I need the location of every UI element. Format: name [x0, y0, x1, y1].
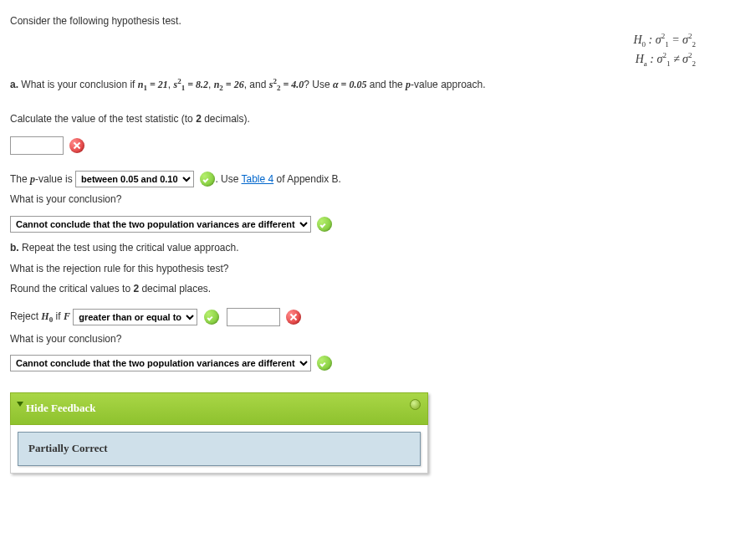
conclusion-question-b: What is your conclusion?	[10, 330, 746, 349]
correct-icon	[200, 172, 215, 187]
incorrect-icon	[69, 138, 84, 153]
correct-icon	[317, 217, 332, 232]
correct-icon	[204, 310, 219, 325]
feedback-panel: Hide Feedback Partially Correct	[10, 392, 428, 473]
incorrect-icon	[286, 310, 301, 325]
reject-rule-line: Reject H0 if F greater than or equal to	[10, 307, 746, 327]
conclusion-select-b[interactable]: Cannot conclude that the two population …	[10, 355, 311, 371]
hypotheses: H0 : σ21 = σ22 Ha : σ21 ≠ σ22	[10, 31, 746, 70]
round-instruction: Round the critical values to 2 decimal p…	[10, 279, 746, 299]
caret-down-icon	[17, 402, 23, 407]
feedback-header-label: Hide Feedback	[26, 402, 95, 414]
feedback-header[interactable]: Hide Feedback	[10, 392, 428, 425]
part-b-text: b. Repeat the test using the critical va…	[10, 238, 746, 258]
pvalue-line: The p-value is between 0.05 and 0.10 . U…	[10, 170, 746, 189]
intro-text: Consider the following hypothesis test.	[10, 12, 746, 31]
calc-instruction: Calculate the value of the test statisti…	[10, 110, 746, 129]
feedback-circle-icon	[410, 399, 421, 410]
feedback-status: Partially Correct	[18, 432, 421, 466]
rejection-rule-question: What is the rejection rule for this hypo…	[10, 259, 746, 279]
part-a-question: a. What is your conclusion if n1 = 21, s…	[10, 74, 746, 95]
conclusion-select-a[interactable]: Cannot conclude that the two population …	[10, 216, 311, 233]
correct-icon	[317, 356, 332, 371]
test-statistic-input[interactable]	[10, 136, 64, 155]
pvalue-select[interactable]: between 0.05 and 0.10	[75, 171, 194, 187]
reject-operator-select[interactable]: greater than or equal to	[73, 309, 197, 325]
critical-value-input[interactable]	[227, 308, 280, 326]
question-content: Consider the following hypothesis test. …	[10, 12, 746, 474]
conclusion-question-a: What is your conclusion?	[10, 190, 746, 209]
table-4-link[interactable]: Table 4	[242, 173, 274, 185]
